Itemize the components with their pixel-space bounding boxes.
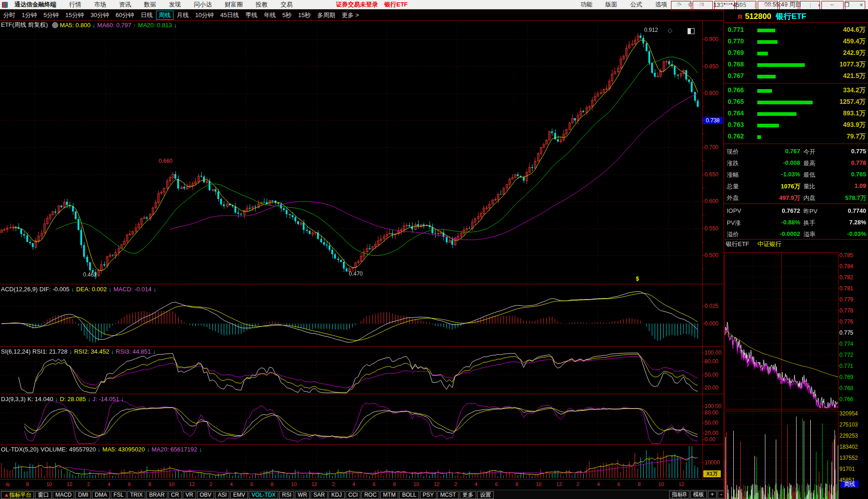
timeframe-年线[interactable]: 年线	[261, 11, 279, 19]
menu-item-市场[interactable]: 市场	[88, 0, 113, 9]
toolbar-button-叠加[interactable]: 叠加	[693, 1, 713, 11]
trade-login-warning[interactable]: 证券交易未登录	[336, 0, 378, 9]
timeframe-多周期[interactable]: 多周期	[314, 11, 339, 19]
indicator-tab-CR[interactable]: CR	[168, 491, 182, 499]
timeframe-周线[interactable]: 周线	[156, 11, 174, 20]
order-book-row[interactable]: 0.770459.4万	[724, 36, 868, 47]
timeframe-1分钟[interactable]: 1分钟	[18, 11, 40, 19]
axis-tick	[702, 406, 705, 407]
low-annotation-1: 0.462	[83, 271, 97, 278]
timeframe-月线[interactable]: 月线	[174, 11, 192, 19]
indicator-tab-设置[interactable]: 设置	[477, 491, 494, 499]
date-label: 6	[495, 481, 498, 487]
indicator-tab-MTM[interactable]: MTM	[380, 491, 398, 499]
mini-vol-label: 91701	[839, 466, 867, 472]
axis-tick	[702, 147, 705, 148]
indicator-tab-SAR[interactable]: SAR	[311, 491, 328, 499]
info-label: 现价	[727, 148, 739, 156]
order-book-row[interactable]: 0.764893.1万	[724, 108, 868, 119]
indicator-tab-窗口[interactable]: 窗口	[35, 491, 52, 499]
menu-item-行情[interactable]: 行情	[63, 0, 88, 9]
timeframe-日线[interactable]: 日线	[138, 11, 156, 19]
indicator-tab-PSY[interactable]: PSY	[420, 491, 437, 499]
indicator-right-+[interactable]: +	[708, 491, 717, 499]
menu-item-交易[interactable]: 交易	[274, 0, 299, 9]
vol-ma20-value: MA20: 65617192	[151, 446, 197, 453]
split-view-icon[interactable]	[688, 28, 694, 34]
indicator-tab-BOLL[interactable]: BOLL	[399, 491, 419, 499]
indicator-tab-BRAR[interactable]: BRAR	[146, 491, 167, 499]
indicator-tab-TRIX[interactable]: TRIX	[127, 491, 145, 499]
order-book-row[interactable]: 0.766334.2万	[724, 84, 868, 96]
timeframe-分时[interactable]: 分时	[0, 11, 18, 19]
diamond-icon[interactable]: ◇	[668, 27, 672, 34]
info-label: PV涨	[727, 219, 741, 227]
indicator-right-模板[interactable]: 模板	[690, 491, 707, 499]
menu-item-财富圈[interactable]: 财富圈	[218, 0, 249, 9]
mini-tab-银行ETF[interactable]: 银行ETF	[726, 240, 749, 248]
timeframe-45日线[interactable]: 45日线	[217, 11, 242, 19]
order-book-row[interactable]: 0.767421.5万	[724, 70, 868, 82]
order-book-row[interactable]: 0.771404.6万	[724, 24, 868, 36]
indicator-tab-MACD[interactable]: MACD	[53, 491, 74, 499]
menu-item-资讯[interactable]: 资讯	[113, 0, 138, 9]
timeframe-更多 >[interactable]: 更多 >	[339, 11, 362, 19]
indicator-right-指标B[interactable]: 指标B	[669, 491, 689, 499]
timeframe-30分钟[interactable]: 30分钟	[87, 11, 112, 19]
indicator-tab-WR[interactable]: WR	[295, 491, 310, 499]
indicator-tab-VOL-TDX[interactable]: VOL-TDX	[249, 491, 278, 499]
timeframe-15分钟[interactable]: 15分钟	[62, 11, 87, 19]
menu-item-投教[interactable]: 投教	[249, 0, 274, 9]
warning-symbol[interactable]: 银行ETF	[384, 0, 408, 9]
indicator-tab-DMA[interactable]: DMA	[92, 491, 110, 499]
order-price: 0.769	[728, 49, 744, 56]
main-chart-canvas[interactable]	[0, 20, 702, 479]
timeframe-10分钟[interactable]: 10分钟	[192, 11, 217, 19]
order-book-row[interactable]: 0.7681077.3万	[724, 59, 868, 70]
timeframe-15秒[interactable]: 15秒	[295, 11, 314, 19]
mini-vol-label: 137552	[839, 455, 867, 461]
indicator-tab-CCI[interactable]: CCI	[346, 491, 361, 499]
intraday-mini-chart[interactable]	[724, 252, 838, 499]
order-book-row[interactable]: 0.7651257.4万	[724, 96, 868, 108]
info-label: 总量	[727, 182, 739, 191]
indicator-tab-VR[interactable]: VR	[183, 491, 196, 499]
menu-item-功能[interactable]: 功能	[574, 0, 599, 9]
timeframe-季线[interactable]: 季线	[242, 11, 261, 19]
mini-tab-中证银行[interactable]: 中证银行	[758, 240, 782, 248]
indicator-tab-更多[interactable]: 更多	[460, 491, 476, 499]
indicator-tab-FSL[interactable]: FSL	[111, 491, 126, 499]
order-book-row[interactable]: 0.76279.7万	[724, 131, 868, 142]
order-book-row[interactable]: 0.769242.9万	[724, 47, 868, 59]
mini-axis-label: 0.769	[839, 374, 867, 380]
menu-item-版面[interactable]: 版面	[599, 0, 624, 9]
indicator-platform-tab[interactable]: ▲指标平台	[1, 491, 34, 499]
rsi2-value: RSI2: 34.452	[74, 348, 109, 355]
mini-axis-label: 0.782	[839, 274, 867, 281]
indicator-tab-RSI[interactable]: RSI	[279, 491, 294, 499]
section-divider	[724, 204, 868, 204]
indicator-tab-OBV[interactable]: OBV	[197, 491, 214, 499]
vol-header: OL-TDX(5,20) VOLUME: 49557920↓ MA5: 4309…	[1, 445, 204, 453]
timeframe-5分钟[interactable]: 5分钟	[40, 11, 62, 19]
menu-item-问小达[interactable]: 问小达	[187, 0, 218, 9]
indicator-tab-KDJ[interactable]: KDJ	[329, 491, 345, 499]
menu-item-公式[interactable]: 公式	[624, 0, 649, 9]
axis-tick	[702, 80, 705, 80]
timeframe-5秒[interactable]: 5秒	[279, 11, 295, 19]
mini-vol-label: 183402	[839, 444, 867, 450]
indicator-tab-ASI[interactable]: ASI	[215, 491, 229, 499]
symbol-header[interactable]: R 512800 银行ETF	[738, 11, 806, 22]
menu-item-数据[interactable]: 数据	[138, 0, 162, 9]
volume-bar	[757, 29, 775, 32]
order-volume: 421.5万	[843, 72, 866, 80]
menu-item-发现[interactable]: 发现	[162, 0, 187, 9]
order-book-row[interactable]: 0.763493.9万	[724, 119, 868, 131]
timeframe-60分钟[interactable]: 60分钟	[112, 11, 137, 19]
indicator-tab-EMV[interactable]: EMV	[230, 491, 248, 499]
indicator-tab-MCST[interactable]: MCST	[437, 491, 459, 499]
indicator-tab-ROC[interactable]: ROC	[361, 491, 379, 499]
expand-circle-icon[interactable]	[52, 22, 58, 28]
indicator-tab-DMI[interactable]: DMI	[75, 491, 91, 499]
toolbar-button-复权[interactable]: 复权	[671, 1, 691, 11]
